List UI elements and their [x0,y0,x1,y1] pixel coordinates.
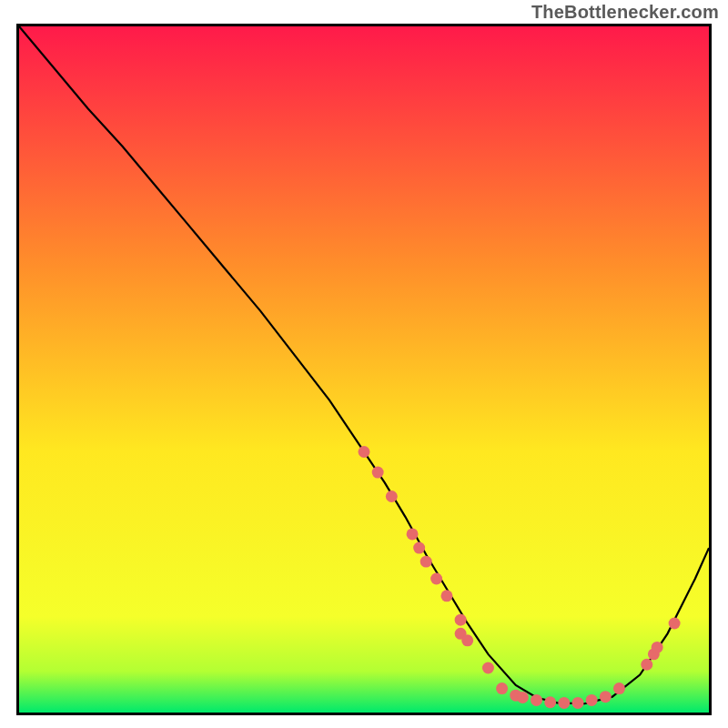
marker-point [586,694,598,706]
marker-point [517,692,529,703]
marker-point [652,642,663,653]
marker-point [461,634,473,646]
marker-point [669,617,681,629]
marker-point [440,590,452,602]
marker-point [386,490,398,502]
chart-svg [19,26,709,713]
gradient-background [19,26,709,713]
marker-point [413,542,425,554]
marker-point [420,556,432,568]
plot-area [16,24,712,715]
marker-point [430,573,442,585]
marker-point [372,467,384,479]
marker-point [496,682,508,694]
marker-point [571,697,583,709]
marker-point [482,662,494,674]
marker-point [613,682,625,694]
marker-point [407,528,419,540]
marker-point [558,697,570,709]
marker-point [641,659,652,671]
marker-point [359,446,370,458]
marker-point [455,614,467,626]
marker-point [600,691,612,703]
attribution-text: TheBottlenecker.com [531,2,719,23]
marker-point [544,696,556,708]
marker-point [531,694,542,706]
chart-container: TheBottlenecker.com [0,0,728,728]
